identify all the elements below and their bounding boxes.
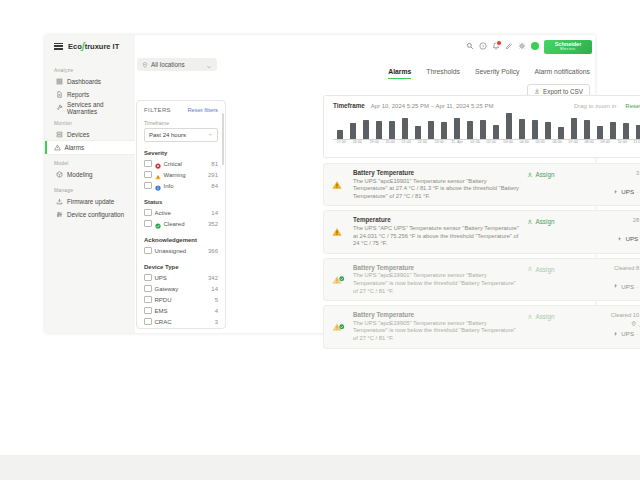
chart-bar — [545, 122, 551, 139]
reset-zoom-link[interactable]: Reset Zoom — [625, 103, 640, 109]
chart-bar — [506, 113, 512, 139]
filter-option-count: 5 — [215, 297, 218, 303]
pencil-icon[interactable] — [505, 42, 513, 50]
assign-button[interactable]: Assign — [527, 169, 554, 200]
timeframe-card: Timeframe Apr 10, 2024 5:25 PM – Apr 11,… — [323, 95, 640, 158]
device-separator: · — [637, 330, 639, 337]
chart-bar-slot — [606, 113, 619, 139]
sidebar-item-alarms[interactable]: Alarms — [45, 141, 135, 154]
assign-button[interactable]: Assign — [527, 216, 554, 247]
search-icon[interactable] — [466, 42, 474, 50]
filter-option-info: Info84 — [144, 180, 218, 191]
filter-checkbox-rpdu[interactable] — [144, 296, 152, 304]
page: AnalyzeDashboardsReportsServices and War… — [0, 0, 640, 480]
alarm-device-type: UPS — [621, 330, 634, 337]
help-icon[interactable]: ? — [479, 42, 487, 50]
chart-bar — [571, 118, 577, 139]
alarm-severity-cell — [332, 216, 347, 247]
filter-checkbox-warning[interactable] — [144, 171, 152, 179]
chart-x-label-slot: 03:00 — [500, 140, 516, 147]
firmware-icon — [56, 198, 63, 206]
chart-bar — [610, 122, 616, 139]
sidebar-item-label: Reports — [67, 91, 89, 98]
tab-alarms[interactable]: Alarms — [388, 68, 411, 79]
alarm-card[interactable]: Battery TemperatureThe UPS "apcE19905" T… — [323, 305, 640, 348]
svg-text:?: ? — [482, 44, 485, 49]
chart-x-label-slot: 18:00 — [349, 140, 365, 147]
chart-x-tick-label: 06:00 — [552, 140, 561, 144]
chart-bar-slot — [450, 113, 463, 139]
sidebar-item-reports[interactable]: Reports — [45, 88, 135, 101]
filter-checkbox-gateway[interactable] — [144, 285, 152, 293]
tab-severity-policy[interactable]: Severity Policy — [475, 68, 520, 79]
chart-bar — [415, 126, 421, 139]
logo-row: Ecoʃtruxure IT — [54, 41, 119, 51]
footer-strip — [0, 455, 640, 480]
filter-checkbox-ems[interactable] — [144, 307, 152, 315]
filter-checkbox-active[interactable] — [144, 209, 152, 217]
chart-x-tick-label: 20:00 — [385, 140, 394, 144]
sidebar-item-modeling[interactable]: Modeling — [45, 168, 135, 181]
filter-checkbox-cleared[interactable] — [144, 220, 152, 228]
chart-x-label-slot: 09:00 — [597, 140, 613, 147]
alarm-meta: 28 minutes agoDC1UPS·APC UPS — [560, 216, 640, 247]
filters-scrollbar[interactable] — [222, 113, 224, 165]
alarm-description: The UPS "apcE19901" Temperature sensor "… — [353, 272, 521, 295]
chart-bar-slot — [359, 113, 372, 139]
gear-icon[interactable] — [518, 42, 526, 50]
alarm-card[interactable]: Battery TemperatureThe UPS "apcE19901" T… — [323, 258, 640, 301]
chart-bar — [597, 126, 603, 139]
sidebar-item-services-and-warranties[interactable]: Services and Warranties — [45, 101, 135, 114]
sidebar-item-firmware-update[interactable]: Firmware update — [45, 195, 135, 208]
person-icon — [527, 266, 533, 274]
hamburger-menu-icon[interactable] — [54, 43, 63, 50]
warning-triangle-icon — [332, 176, 342, 193]
assign-button[interactable]: Assign — [527, 264, 554, 295]
logo-post: truxure IT — [85, 42, 120, 51]
assign-button[interactable]: Assign — [527, 311, 554, 342]
chart-x-label-slot: 10:00 — [614, 140, 630, 147]
sidebar-section-label: Monitor — [45, 114, 135, 128]
alarm-device-row: UPS·APC UPS — [617, 235, 640, 242]
chart-bar — [428, 121, 434, 139]
sidebar: AnalyzeDashboardsReportsServices and War… — [45, 35, 135, 333]
chart-bar-slot — [398, 113, 411, 139]
person-icon — [527, 218, 533, 226]
avatar[interactable] — [531, 42, 539, 50]
sidebar-item-dashboards[interactable]: Dashboards — [45, 75, 135, 88]
tab-thresholds[interactable]: Thresholds — [426, 68, 460, 79]
filter-checkbox-critical[interactable] — [144, 160, 152, 168]
reset-filters-link[interactable]: Reset filters — [187, 107, 218, 113]
alarm-title: Temperature — [353, 216, 521, 223]
sidebar-item-device-configuration[interactable]: Device configuration — [45, 208, 135, 221]
cleared-check-icon — [339, 315, 345, 321]
sidebar-item-devices[interactable]: Devices — [45, 128, 135, 141]
alarm-histogram-chart[interactable]: 17:0018:0019:0020:0021:0022:0023:0011. A… — [333, 113, 640, 147]
sidebar-section-label: Model — [45, 154, 135, 168]
filters-title: FILTERS — [144, 107, 171, 113]
alarm-card[interactable]: Battery TemperatureThe UPS "apcE19901" T… — [323, 163, 640, 206]
location-filter-dropdown[interactable]: All locations — [137, 58, 217, 71]
timeframe-filter-dropdown[interactable]: Past 24 hours — [144, 128, 218, 142]
chart-x-tick-label: 07:00 — [568, 140, 577, 144]
chart-bar-slot — [619, 113, 632, 139]
filter-checkbox-info[interactable] — [144, 182, 152, 190]
bolt-icon — [613, 188, 619, 195]
filter-checkbox-unassigned[interactable] — [144, 247, 152, 255]
chart-x-labels: 17:0018:0019:0020:0021:0022:0023:0011. A… — [333, 140, 640, 147]
content-column: Timeframe Apr 10, 2024 5:25 PM – Apr 11,… — [323, 95, 640, 349]
chart-bar-slot — [554, 113, 567, 139]
alarm-card[interactable]: TemperatureThe UPS "APC UPS" Temperature… — [323, 210, 640, 253]
timeframe-filter-value: Past 24 hours — [149, 132, 186, 138]
filter-option-label: Gateway — [155, 286, 209, 292]
chart-bar-slot — [437, 113, 450, 139]
alarm-timestamp: Cleared 10 minutes ago — [611, 312, 640, 318]
alarm-meta: Cleared 8 minutes agoRACKUPS·apcE19901 — [560, 264, 640, 295]
filter-checkbox-crac[interactable] — [144, 318, 152, 326]
filter-checkbox-ups[interactable] — [144, 274, 152, 282]
tab-alarm-notifications[interactable]: Alarm notifications — [534, 68, 590, 79]
chart-x-label-slot: 08:00 — [581, 140, 597, 147]
notifications-icon[interactable] — [492, 42, 500, 50]
filter-group-label: Status — [144, 199, 218, 205]
alarm-main: Battery TemperatureThe UPS "apcE19901" T… — [353, 264, 521, 295]
